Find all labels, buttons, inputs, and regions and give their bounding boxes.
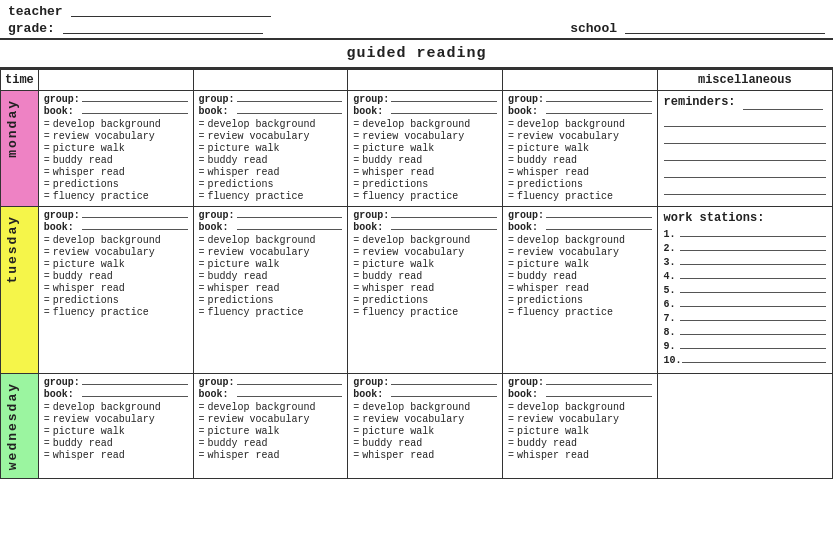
tuesday-row: tuesday group: book: =develop background… [1, 207, 833, 374]
monday-group-4: group: book: =develop background =review… [502, 91, 657, 207]
monday-day-cell: monday [1, 91, 39, 207]
reminders-title: reminders: [664, 95, 826, 110]
grade-row: grade: school [8, 21, 825, 36]
monday-misc: reminders: [657, 91, 832, 207]
tuesday-group-2: group: book: =develop background =review… [193, 207, 348, 374]
monday-row: monday group: book: =develop background … [1, 91, 833, 207]
group-header-2 [193, 70, 348, 91]
wednesday-day-cell: wednesday [1, 374, 39, 479]
monday-label: monday [1, 91, 24, 166]
misc-header: miscellaneous [657, 70, 832, 91]
work-stations-title: work stations: [664, 211, 826, 225]
wednesday-group-1: group: book: =develop background =review… [38, 374, 193, 479]
group-header-4 [502, 70, 657, 91]
tuesday-misc: work stations: 1. 2. 3. 4. 5. 6. 7. 8. 9… [657, 207, 832, 374]
wednesday-group-4: group: book: =develop background =review… [502, 374, 657, 479]
tuesday-group-1: group: book: =develop background =review… [38, 207, 193, 374]
wednesday-label: wednesday [1, 374, 24, 478]
tuesday-label: tuesday [1, 207, 24, 292]
group-header-1 [38, 70, 193, 91]
stations-list: 1. 2. 3. 4. 5. 6. 7. 8. 9. 10. [664, 229, 826, 366]
wednesday-misc [657, 374, 832, 479]
school-label: school [570, 21, 617, 36]
time-header: time [1, 70, 39, 91]
column-header-row: time miscellaneous [1, 70, 833, 91]
school-underline [625, 21, 825, 34]
schedule-table: time miscellaneous monday group: book: =… [0, 69, 833, 479]
tuesday-group-3: group: book: =develop background =review… [348, 207, 503, 374]
monday-group-2: group: book: =develop background =review… [193, 91, 348, 207]
wednesday-group-2: group: book: =develop background =review… [193, 374, 348, 479]
page-title: guided reading [0, 40, 833, 69]
tuesday-group-4: group: book: =develop background =review… [502, 207, 657, 374]
wednesday-group-3: group: book: =develop background =review… [348, 374, 503, 479]
group-header-3 [348, 70, 503, 91]
teacher-label: teacher [8, 4, 63, 19]
header-area: teacher grade: school [0, 0, 833, 40]
grade-underline [63, 21, 263, 34]
monday-group-3: group: book: =develop background =review… [348, 91, 503, 207]
teacher-row: teacher [8, 4, 825, 19]
monday-group-1: group: book: =develop background =review… [38, 91, 193, 207]
teacher-underline [71, 4, 271, 17]
grade-label: grade: [8, 21, 55, 36]
tuesday-day-cell: tuesday [1, 207, 39, 374]
school-section: school [570, 21, 825, 36]
wednesday-row: wednesday group: book: =develop backgrou… [1, 374, 833, 479]
